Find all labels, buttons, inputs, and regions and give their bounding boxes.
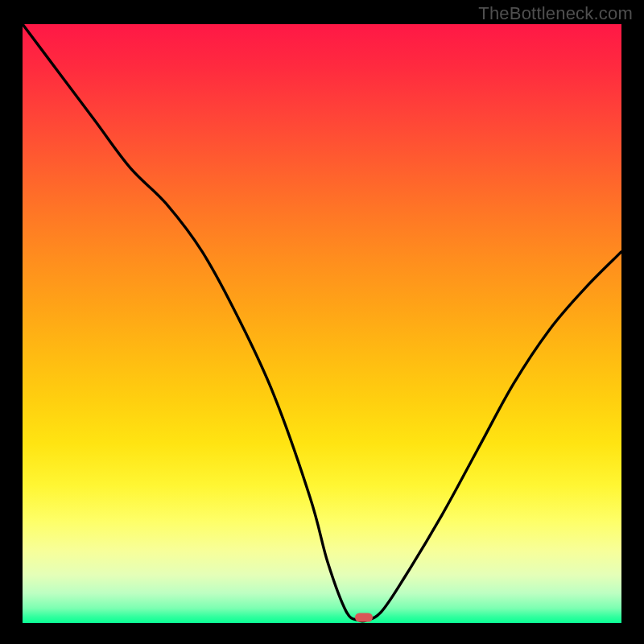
bottleneck-curve-path	[23, 24, 621, 621]
chart-frame: TheBottleneck.com	[0, 0, 644, 644]
bottleneck-curve-svg	[23, 24, 621, 623]
watermark-text: TheBottleneck.com	[478, 3, 633, 24]
optimum-marker	[355, 613, 373, 621]
plot-area	[23, 24, 621, 623]
